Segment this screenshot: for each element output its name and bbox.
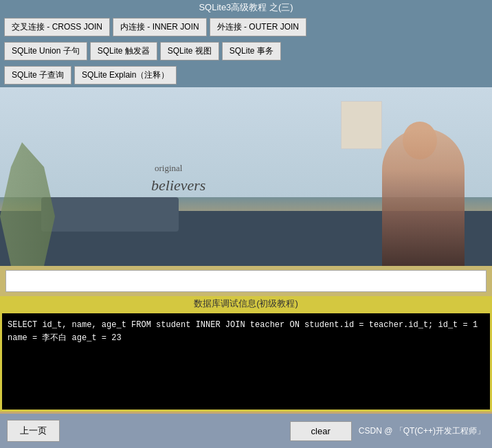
title-bar: SQLite3高级教程 之(三) xyxy=(0,0,492,15)
title-text: SQLite3高级教程 之(三) xyxy=(199,2,293,12)
nav-btn-explain[interactable]: SQLite Explain（注释） xyxy=(74,66,177,85)
input-area xyxy=(0,266,492,296)
nav-row-3: SQLite 子查询 SQLite Explain（注释） xyxy=(0,63,492,87)
watermark-text: CSDN @ 「QT(C++)开发工程师」 xyxy=(359,425,485,437)
debug-content: SELECT id_t, name, age_t FROM student IN… xyxy=(2,313,490,410)
couch-cushion xyxy=(41,197,179,232)
debug-section: 数据库调试信息(初级教程) SELECT id_t, name, age_t F… xyxy=(0,296,492,412)
nav-btn-outer-join[interactable]: 外连接 - OUTER JOIN xyxy=(210,18,306,36)
poster xyxy=(341,101,382,149)
bottom-bar: 上一页 clear CSDN @ 「QT(C++)开发工程师」 xyxy=(0,414,492,448)
image-text-believers: believers xyxy=(151,177,205,194)
background-image: original believers xyxy=(0,87,492,266)
person-silhouette xyxy=(382,128,465,266)
debug-title: 数据库调试信息(初级教程) xyxy=(0,296,492,311)
nav-btn-subquery[interactable]: SQLite 子查询 xyxy=(4,66,71,85)
nav-row-2: SQLite Union 子句 SQLite 触发器 SQLite 视图 SQL… xyxy=(0,39,492,63)
nav-btn-cross-join[interactable]: 交叉连接 - CROSS JOIN xyxy=(4,18,110,36)
nav-btn-inner-join[interactable]: 内连接 - INNER JOIN xyxy=(113,18,207,36)
sql-input[interactable] xyxy=(5,270,487,292)
clear-button[interactable]: clear xyxy=(290,421,352,441)
image-text-original: original xyxy=(155,163,182,174)
prev-button[interactable]: 上一页 xyxy=(7,420,60,442)
nav-btn-transaction[interactable]: SQLite 事务 xyxy=(222,42,281,60)
nav-row-1: 交叉连接 - CROSS JOIN 内连接 - INNER JOIN 外连接 -… xyxy=(0,15,492,39)
nav-btn-view[interactable]: SQLite 视图 xyxy=(160,42,219,60)
debug-wrapper: SELECT id_t, name, age_t FROM student IN… xyxy=(0,311,492,412)
nav-btn-union[interactable]: SQLite Union 子句 xyxy=(4,42,87,60)
nav-btn-trigger[interactable]: SQLite 触发器 xyxy=(90,42,157,60)
